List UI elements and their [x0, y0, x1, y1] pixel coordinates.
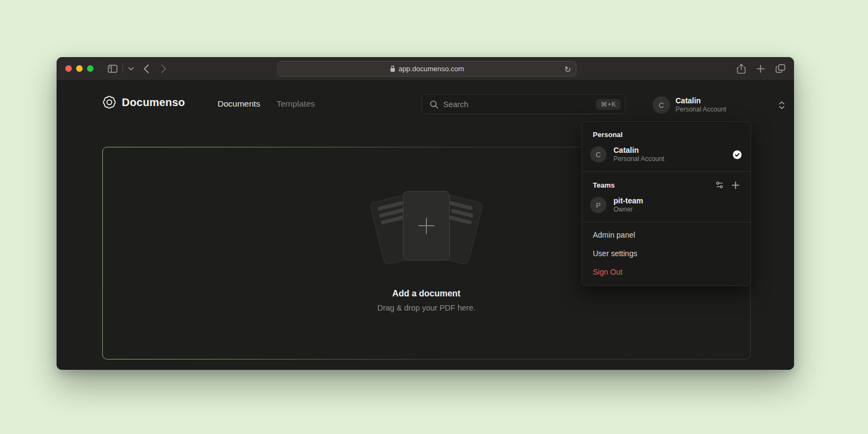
forward-button[interactable] — [161, 64, 166, 73]
dropzone-subtitle: Drag & drop your PDF here. — [377, 303, 476, 312]
back-button[interactable] — [144, 64, 149, 73]
brand-name: Documenso — [122, 96, 185, 109]
personal-account-name: Catalin — [613, 146, 664, 155]
menu-item-sign-out[interactable]: Sign Out — [582, 263, 751, 281]
account-name: Catalin — [675, 96, 726, 106]
search-input[interactable] — [443, 100, 596, 109]
personal-account-row[interactable]: C Catalin Personal Account — [582, 142, 751, 168]
search-box[interactable]: ⌘+K — [421, 94, 625, 114]
address-bar[interactable]: app.documenso.com ↻ — [277, 61, 576, 77]
zoom-window-button[interactable] — [87, 65, 94, 72]
document-cards-illustration — [373, 190, 480, 267]
dropzone-title: Add a document — [392, 289, 460, 299]
new-tab-icon[interactable] — [757, 65, 765, 73]
brand[interactable]: Documenso — [102, 95, 185, 109]
browser-toolbar: app.documenso.com ↻ — [57, 57, 794, 80]
share-icon[interactable] — [737, 64, 746, 74]
personal-account-subtitle: Personal Account — [613, 155, 664, 163]
main-nav: Documents Templates — [218, 99, 315, 109]
account-dropdown-menu: Personal C Catalin Personal Account Team… — [581, 121, 751, 286]
manage-teams-icon[interactable] — [715, 181, 724, 189]
close-window-button[interactable] — [65, 65, 72, 72]
lock-icon — [390, 65, 395, 72]
sidebar-toggle-icon[interactable] — [108, 65, 117, 73]
personal-account-avatar: C — [590, 146, 606, 163]
documenso-logo-icon — [102, 95, 116, 109]
account-subtitle: Personal Account — [675, 106, 726, 114]
chevrons-up-down-icon — [778, 101, 785, 109]
account-avatar: C — [653, 96, 670, 114]
account-menu-button[interactable]: C Catalin Personal Account — [653, 94, 785, 116]
team-name: pit-team — [613, 196, 643, 206]
nav-templates[interactable]: Templates — [276, 99, 315, 109]
nav-documents[interactable]: Documents — [218, 99, 260, 109]
add-document-plus-icon — [416, 215, 437, 236]
personal-section-label: Personal — [582, 125, 751, 142]
browser-window: app.documenso.com ↻ — [57, 57, 794, 370]
create-team-plus-icon[interactable] — [731, 181, 740, 189]
search-shortcut-badge: ⌘+K — [596, 99, 621, 110]
menu-divider — [582, 171, 751, 172]
teams-section-label: Teams — [582, 175, 751, 193]
tab-overview-icon[interactable] — [776, 64, 785, 73]
selected-check-icon — [733, 150, 742, 159]
reload-icon[interactable]: ↻ — [564, 65, 571, 73]
menu-divider — [582, 222, 751, 222]
toolbar-divider — [122, 64, 123, 73]
team-row[interactable]: P pit-team Owner — [582, 193, 751, 219]
menu-item-user-settings[interactable]: User settings — [582, 244, 751, 263]
document-card-center — [403, 191, 450, 261]
team-avatar: P — [590, 197, 606, 213]
traffic-lights — [65, 65, 94, 72]
app-page: Documenso Documents Templates ⌘+K C Cata… — [57, 80, 794, 370]
search-icon — [430, 100, 438, 109]
team-role: Owner — [613, 206, 643, 214]
sidebar-options-chevron-icon[interactable] — [128, 67, 134, 71]
toolbar-right-actions — [737, 57, 785, 80]
url-text: app.documenso.com — [399, 65, 464, 73]
menu-item-admin-panel[interactable]: Admin panel — [582, 226, 751, 244]
minimize-window-button[interactable] — [76, 65, 83, 72]
